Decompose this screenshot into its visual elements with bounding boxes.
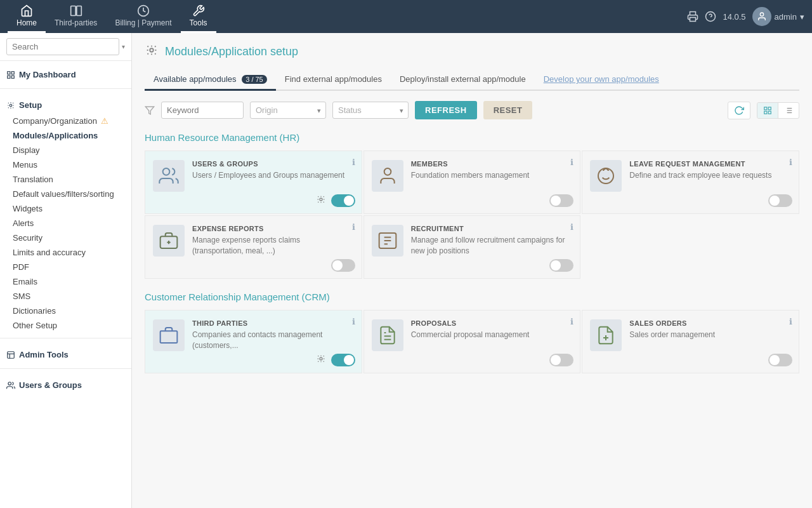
nav-billing-label: Billing | Payment bbox=[115, 18, 171, 27]
sidebar-item-limits-label: Limits and accuracy bbox=[13, 248, 86, 257]
sidebar-item-other-setup[interactable]: Other Setup bbox=[6, 318, 125, 333]
sidebar-users-title[interactable]: Users & Groups bbox=[6, 378, 125, 394]
sidebar-item-emails[interactable]: Emails bbox=[6, 274, 125, 289]
module-toggle-users-groups[interactable] bbox=[331, 194, 355, 207]
module-info-icon-expense[interactable]: ℹ bbox=[352, 222, 355, 232]
svg-point-6 bbox=[760, 13, 763, 16]
username-label: admin bbox=[775, 12, 797, 22]
help-icon[interactable] bbox=[705, 11, 716, 22]
reset-button[interactable]: RESET bbox=[483, 101, 533, 119]
status-select[interactable]: Status bbox=[332, 102, 409, 119]
svg-rect-18 bbox=[764, 107, 767, 109]
tab-available[interactable]: Available app/modules 3 / 75 bbox=[145, 69, 276, 91]
sidebar-item-sms[interactable]: SMS bbox=[6, 289, 125, 304]
svg-rect-10 bbox=[11, 76, 14, 78]
module-info-members: MEMBERS Foundation members management bbox=[411, 160, 572, 181]
tab-available-badge: 3 / 75 bbox=[242, 75, 267, 84]
grid-view-button[interactable] bbox=[757, 103, 778, 118]
module-info-icon-leave[interactable]: ℹ bbox=[789, 157, 792, 167]
users-icon bbox=[6, 381, 15, 390]
module-toggle-expense[interactable] bbox=[331, 259, 355, 272]
sidebar-item-translation[interactable]: Translation bbox=[6, 172, 125, 187]
sidebar-item-display-label: Display bbox=[13, 145, 40, 155]
module-toggle-recruitment[interactable] bbox=[549, 259, 573, 272]
tab-find-external[interactable]: Find external app/modules bbox=[276, 69, 391, 91]
module-desc-expense: Manage expense reports claims (transport… bbox=[192, 235, 353, 257]
sidebar-item-alerts[interactable]: Alerts bbox=[6, 216, 125, 231]
reload-icon-button[interactable] bbox=[728, 102, 750, 119]
svg-rect-9 bbox=[8, 76, 10, 78]
sidebar-item-dictionaries[interactable]: Dictionaries bbox=[6, 304, 125, 318]
module-toggle-sales-orders[interactable] bbox=[768, 354, 792, 366]
nav-billing[interactable]: Billing | Payment bbox=[106, 1, 180, 33]
module-desc-members: Foundation members management bbox=[411, 170, 572, 181]
tab-develop-own[interactable]: Develop your own app/modules bbox=[535, 69, 668, 91]
filter-bar: Origin Status REFRESH RESET bbox=[145, 101, 799, 119]
module-toggle-third-parties[interactable] bbox=[331, 354, 355, 366]
nav-third-parties[interactable]: Third-parties bbox=[46, 1, 106, 33]
svg-rect-12 bbox=[8, 351, 15, 358]
proposals-icon bbox=[377, 325, 398, 345]
search-dropdown-icon[interactable]: ▾ bbox=[122, 43, 125, 50]
sidebar-dashboard-title[interactable]: My Dashboard bbox=[6, 67, 125, 83]
sidebar-setup-title[interactable]: Setup bbox=[6, 98, 125, 114]
module-info-icon-members[interactable]: ℹ bbox=[570, 157, 573, 167]
sidebar-item-limits[interactable]: Limits and accuracy bbox=[6, 245, 125, 260]
sidebar-item-display[interactable]: Display bbox=[6, 143, 125, 157]
sidebar-item-translation-label: Translation bbox=[13, 175, 53, 184]
module-icon-sales-orders bbox=[590, 319, 622, 351]
module-info-proposals: PROPOSALS Commercial proposal management bbox=[411, 319, 572, 340]
top-navigation: Home Third-parties Billing | Payment Too… bbox=[0, 0, 812, 33]
sidebar-item-widgets[interactable]: Widgets bbox=[6, 201, 125, 216]
nav-home-label: Home bbox=[16, 18, 37, 27]
module-info-third-parties: THIRD PARTIES Companies and contacts man… bbox=[192, 319, 353, 351]
sidebar-item-modules[interactable]: Modules/Applications bbox=[6, 128, 125, 143]
module-info-leave: LEAVE REQUEST MANAGEMENT Define and trac… bbox=[629, 160, 790, 181]
module-name-users-groups: USERS & GROUPS bbox=[192, 160, 353, 168]
status-select-wrap: Status bbox=[332, 102, 409, 119]
svg-rect-7 bbox=[8, 71, 10, 74]
module-actions-third-parties bbox=[316, 354, 355, 366]
app-body: ▾ My Dashboard Setup Company/Organizatio… bbox=[0, 33, 812, 508]
avatar bbox=[752, 7, 771, 26]
module-info-expense: EXPENSE REPORTS Manage expense reports c… bbox=[192, 225, 353, 257]
module-desc-leave: Define and track employee leave requests bbox=[629, 170, 790, 181]
svg-rect-19 bbox=[768, 107, 771, 109]
sidebar-item-other-setup-label: Other Setup bbox=[13, 321, 57, 330]
nav-tools[interactable]: Tools bbox=[181, 1, 216, 33]
nav-home[interactable]: Home bbox=[8, 1, 46, 33]
list-view-button[interactable] bbox=[778, 103, 799, 118]
sidebar-item-menus[interactable]: Menus bbox=[6, 157, 125, 172]
keyword-input[interactable] bbox=[161, 102, 244, 119]
module-desc-third-parties: Companies and contacts management (custo… bbox=[192, 330, 353, 351]
sidebar-item-pdf[interactable]: PDF bbox=[6, 260, 125, 274]
dashboard-icon bbox=[6, 70, 15, 79]
sidebar-item-security[interactable]: Security bbox=[6, 231, 125, 245]
sidebar-item-defaults[interactable]: Default values/filters/sorting bbox=[6, 187, 125, 201]
module-info-icon-recruitment[interactable]: ℹ bbox=[570, 222, 573, 232]
module-icon-proposals bbox=[372, 319, 403, 351]
module-desc-sales-orders: Sales order management bbox=[629, 330, 790, 340]
page-title: Modules/Application setup bbox=[165, 45, 298, 58]
tab-deploy-external[interactable]: Deploy/install external app/module bbox=[391, 69, 535, 91]
user-menu[interactable]: admin ▾ bbox=[752, 7, 804, 26]
module-info-icon-users-groups[interactable]: ℹ bbox=[352, 157, 355, 167]
svg-point-43 bbox=[320, 358, 322, 360]
sidebar-admin-title[interactable]: Admin Tools bbox=[6, 347, 125, 363]
module-gear-users-groups[interactable] bbox=[316, 194, 326, 207]
hr-modules-grid: USERS & GROUPS Users / Employees and Gro… bbox=[145, 150, 799, 279]
refresh-button[interactable]: REFRESH bbox=[415, 101, 477, 119]
module-gear-third-parties[interactable] bbox=[316, 354, 326, 366]
module-actions-leave bbox=[768, 194, 792, 207]
sidebar-item-company[interactable]: Company/Organization ⚠ bbox=[6, 114, 125, 128]
module-toggle-members[interactable] bbox=[549, 194, 573, 207]
search-input[interactable] bbox=[6, 38, 119, 55]
module-info-icon-third-parties[interactable]: ℹ bbox=[352, 317, 355, 326]
origin-select[interactable]: Origin bbox=[250, 102, 326, 119]
module-toggle-leave[interactable] bbox=[768, 194, 792, 207]
module-info-icon-proposals[interactable]: ℹ bbox=[570, 317, 573, 326]
svg-point-11 bbox=[10, 104, 12, 107]
module-toggle-proposals[interactable] bbox=[549, 354, 573, 366]
module-info-icon-sales-orders[interactable]: ℹ bbox=[789, 317, 792, 326]
print-icon[interactable] bbox=[687, 11, 698, 22]
